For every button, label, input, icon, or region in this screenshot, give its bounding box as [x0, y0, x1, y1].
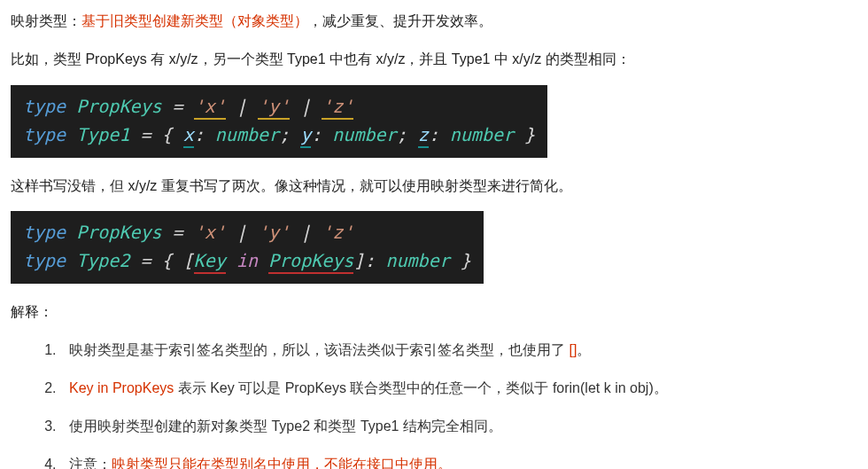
list-item: 注意：映射类型只能在类型别名中使用，不能在接口中使用。	[60, 452, 857, 469]
list-item: 使用映射类型创建的新对象类型 Type2 和类型 Type1 结构完全相同。	[60, 414, 857, 440]
colon: :	[429, 124, 439, 145]
paragraph-example-intro: 比如，类型 PropKeys 有 x/y/z，另一个类型 Type1 中也有 x…	[11, 47, 857, 73]
key-var: Key	[194, 250, 226, 274]
kw-type: type	[23, 96, 66, 117]
str-y: 'y'	[258, 222, 290, 243]
rbrace: }	[461, 250, 471, 271]
lbrace: {	[162, 124, 173, 145]
li4-a: 注意：	[69, 457, 112, 469]
intro-post: ，减少重复、提升开发效率。	[308, 13, 492, 28]
kw-in: in	[236, 250, 258, 271]
colon: :	[194, 124, 205, 145]
li1-a: 映射类型是基于索引签名类型的，所以，该语法类似于索引签名类型，也使用了	[69, 342, 569, 357]
label-mapping-type: 映射类型：	[11, 13, 81, 28]
li3: 使用映射类型创建的新对象类型 Type2 和类型 Type1 结构完全相同。	[69, 418, 502, 434]
paragraph-intro: 映射类型：基于旧类型创建新类型（对象类型），减少重复、提升开发效率。	[11, 9, 857, 35]
li2-b: 表示 Key 可以是 PropKeys 联合类型中的任意一个，类似于 forin…	[174, 380, 667, 395]
li1-c: 。	[577, 342, 591, 357]
intro-red: 基于旧类型创建新类型（对象类型）	[81, 13, 308, 28]
semi: ;	[279, 124, 290, 145]
code-block-1: type PropKeys = 'x' | 'y' | 'z' type Typ…	[11, 85, 547, 158]
lbracket: [	[183, 250, 194, 271]
pipe: |	[236, 222, 247, 243]
str-y: 'y'	[258, 96, 290, 120]
semi: ;	[397, 124, 407, 145]
pipe: |	[300, 222, 311, 243]
str-x: 'x'	[194, 96, 226, 120]
kw-type: type	[23, 250, 66, 271]
prop-x: x	[183, 124, 194, 148]
prop-z: z	[418, 124, 429, 148]
list-item: 映射类型是基于索引签名类型的，所以，该语法类似于索引签名类型，也使用了 []。	[60, 338, 857, 363]
type-type2: Type2	[76, 250, 129, 271]
rbracket: ]	[353, 250, 364, 271]
paragraph-explain-label: 解释：	[11, 300, 857, 325]
eq: =	[140, 250, 151, 271]
kw-type: type	[23, 222, 66, 243]
str-x: 'x'	[194, 222, 226, 243]
li1-b: []	[569, 342, 577, 357]
li4-b: 映射类型只能在类型别名中使用，不能在接口中使用。	[112, 457, 452, 469]
paragraph-simplify: 这样书写没错，但 x/y/z 重复书写了两次。像这种情况，就可以使用映射类型来进…	[11, 174, 857, 199]
pipe: |	[300, 96, 311, 117]
explanation-list: 映射类型是基于索引签名类型的，所以，该语法类似于索引签名类型，也使用了 []。 …	[11, 338, 857, 469]
lbrace: {	[162, 250, 173, 271]
type-number: number	[450, 124, 514, 145]
eq: =	[173, 96, 183, 117]
str-z: 'z'	[322, 222, 353, 243]
code-block-2: type PropKeys = 'x' | 'y' | 'z' type Typ…	[11, 211, 484, 284]
rbrace: }	[524, 124, 535, 145]
type-propkeys: PropKeys	[76, 222, 161, 243]
li2-a: Key in PropKeys	[69, 380, 174, 395]
type-number: number	[215, 124, 279, 145]
eq: =	[140, 124, 151, 145]
str-z: 'z'	[322, 96, 353, 120]
type-number: number	[386, 250, 450, 271]
list-item: Key in PropKeys 表示 Key 可以是 PropKeys 联合类型…	[60, 376, 857, 402]
type-propkeys-ref: PropKeys	[268, 250, 353, 274]
type-propkeys: PropKeys	[76, 96, 161, 117]
type-type1: Type1	[76, 124, 129, 145]
eq: =	[173, 222, 183, 243]
pipe: |	[236, 96, 247, 117]
kw-type: type	[23, 124, 66, 145]
colon: :	[311, 124, 322, 145]
type-number: number	[332, 124, 396, 145]
colon: :	[364, 250, 375, 271]
prop-y: y	[300, 124, 311, 148]
